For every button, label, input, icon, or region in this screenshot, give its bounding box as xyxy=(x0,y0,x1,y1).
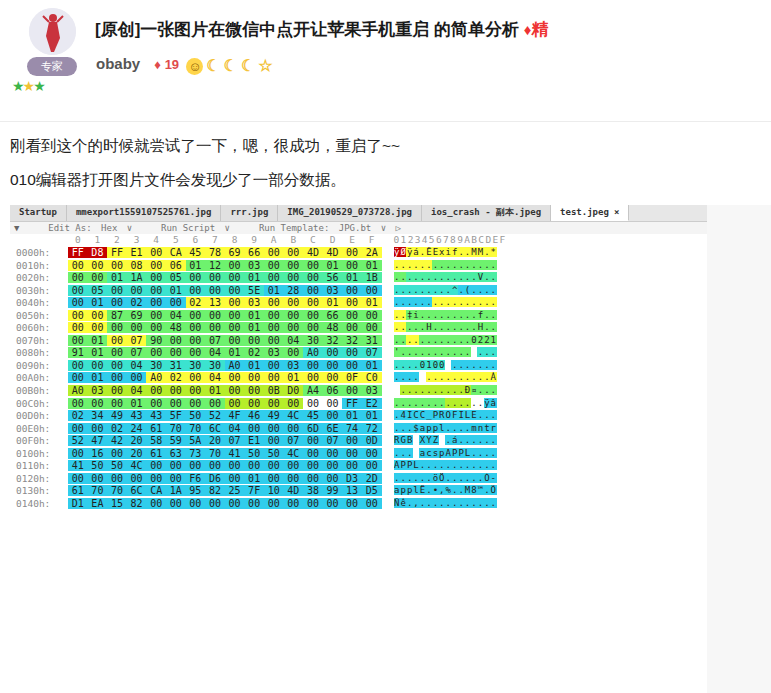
hex-byte[interactable]: A0 xyxy=(303,347,323,358)
hex-byte[interactable]: 41 xyxy=(225,448,245,459)
hex-byte[interactable]: 30 xyxy=(146,360,166,371)
hex-byte[interactable]: 00 xyxy=(264,272,284,283)
hex-byte[interactable]: 01 xyxy=(107,272,127,283)
hex-byte[interactable]: 00 xyxy=(244,385,264,396)
hex-byte[interactable]: D8 xyxy=(88,247,108,258)
hex-byte[interactable]: 00 xyxy=(107,322,127,333)
hex-byte[interactable]: 03 xyxy=(244,260,264,271)
hex-byte[interactable]: 01 xyxy=(362,297,382,308)
hex-byte[interactable]: 00 xyxy=(342,260,362,271)
hex-byte[interactable]: 00 xyxy=(342,247,362,258)
hex-byte[interactable]: 70 xyxy=(107,485,127,496)
hex-byte[interactable]: FF xyxy=(342,398,362,409)
hex-byte[interactable]: 01 xyxy=(186,260,206,271)
hex-byte[interactable]: 00 xyxy=(303,435,323,446)
hex-byte[interactable]: 03 xyxy=(264,347,284,358)
ascii-char[interactable]: r xyxy=(490,423,496,433)
chevron-down-icon[interactable]: ∨ xyxy=(127,223,132,233)
hex-byte[interactable]: 59 xyxy=(166,435,186,446)
hex-byte[interactable]: FF xyxy=(68,247,88,258)
hex-byte[interactable]: 99 xyxy=(323,485,343,496)
hex-byte[interactable]: 00 xyxy=(303,460,323,471)
hex-byte[interactable]: 45 xyxy=(303,410,323,421)
hex-byte[interactable]: 01 xyxy=(88,335,108,346)
hex-byte[interactable]: 00 xyxy=(303,260,323,271)
hex-byte[interactable]: 01 xyxy=(284,372,304,383)
hex-byte[interactable]: 00 xyxy=(88,398,108,409)
hex-byte[interactable]: 01 xyxy=(127,398,147,409)
hex-byte[interactable]: 00 xyxy=(303,272,323,283)
hex-byte[interactable]: 07 xyxy=(127,335,147,346)
hex-byte[interactable]: 00 xyxy=(225,372,245,383)
hex-byte[interactable]: 6C xyxy=(205,423,225,434)
ascii-char[interactable]: . xyxy=(490,385,496,395)
hex-byte[interactable]: 00 xyxy=(68,310,88,321)
hex-byte[interactable]: 70 xyxy=(88,485,108,496)
hex-byte[interactable]: 1A xyxy=(166,485,186,496)
hex-byte[interactable]: 00 xyxy=(107,372,127,383)
hex-byte[interactable]: 00 xyxy=(342,448,362,459)
hex-byte[interactable]: 00 xyxy=(88,272,108,283)
hex-byte[interactable]: 00 xyxy=(107,335,127,346)
ascii-char[interactable]: . xyxy=(413,372,419,382)
hex-byte[interactable]: 0B xyxy=(264,385,284,396)
hex-byte[interactable]: FF xyxy=(107,247,127,258)
hex-byte[interactable]: 00 xyxy=(303,448,323,459)
hex-byte[interactable]: D3 xyxy=(342,473,362,484)
ascii-char[interactable]: . xyxy=(490,260,496,270)
hex-byte[interactable]: A0 xyxy=(225,360,245,371)
hex-byte[interactable]: CA xyxy=(166,247,186,258)
hex-byte[interactable]: 00 xyxy=(342,435,362,446)
hex-byte[interactable]: 50 xyxy=(186,410,206,421)
hex-byte[interactable]: 04 xyxy=(127,360,147,371)
hex-byte[interactable]: 0D xyxy=(362,435,382,446)
hex-byte[interactable]: 04 xyxy=(205,372,225,383)
hex-byte[interactable]: 90 xyxy=(146,335,166,346)
hex-byte[interactable]: 00 xyxy=(264,260,284,271)
hex-byte[interactable]: 10 xyxy=(264,485,284,496)
hex-byte[interactable]: 05 xyxy=(88,285,108,296)
hex-byte[interactable]: 00 xyxy=(323,372,343,383)
chevron-down-icon[interactable]: ∨ xyxy=(225,223,230,233)
hex-byte[interactable]: 00 xyxy=(68,272,88,283)
hex-byte[interactable]: 03 xyxy=(323,285,343,296)
hex-byte[interactable]: 00 xyxy=(323,460,343,471)
hex-byte[interactable]: 4F xyxy=(225,410,245,421)
ascii-char[interactable]: . xyxy=(490,448,496,458)
hex-byte[interactable]: 00 xyxy=(244,398,264,409)
hex-byte[interactable]: 03 xyxy=(284,360,304,371)
run-template-value[interactable]: JPG.bt xyxy=(339,223,372,233)
hex-byte[interactable]: 69 xyxy=(127,310,147,321)
hex-byte[interactable]: 01 xyxy=(88,347,108,358)
hex-byte[interactable]: 50 xyxy=(244,448,264,459)
hex-byte[interactable]: 00 xyxy=(146,398,166,409)
hex-byte[interactable]: F6 xyxy=(186,473,206,484)
hex-byte[interactable]: 00 xyxy=(303,473,323,484)
hex-byte[interactable]: 00 xyxy=(146,498,166,509)
hex-byte[interactable]: 00 xyxy=(264,360,284,371)
hex-byte[interactable]: 87 xyxy=(107,310,127,321)
hex-byte[interactable]: 00 xyxy=(264,247,284,258)
hex-byte[interactable]: 32 xyxy=(342,335,362,346)
hex-byte[interactable]: 61 xyxy=(146,423,166,434)
hex-byte[interactable]: 4D xyxy=(303,247,323,258)
hex-byte[interactable]: 00 xyxy=(68,285,88,296)
hex-byte[interactable]: 00 xyxy=(342,360,362,371)
hex-byte[interactable]: 69 xyxy=(225,247,245,258)
hex-byte[interactable]: 00 xyxy=(107,285,127,296)
hex-byte[interactable]: 00 xyxy=(186,285,206,296)
ascii-char[interactable]: â xyxy=(490,398,496,408)
hex-byte[interactable]: 4C xyxy=(127,460,147,471)
hex-byte[interactable]: 30 xyxy=(186,360,206,371)
hex-byte[interactable]: 20 xyxy=(127,448,147,459)
ascii-char[interactable]: . xyxy=(490,285,496,295)
hex-byte[interactable]: 00 xyxy=(166,347,186,358)
hex-byte[interactable]: 07 xyxy=(323,435,343,446)
ascii-char[interactable]: . xyxy=(490,310,496,320)
hex-byte[interactable]: 63 xyxy=(166,448,186,459)
hex-byte[interactable]: D0 xyxy=(284,385,304,396)
hex-byte[interactable]: 00 xyxy=(284,310,304,321)
hex-byte[interactable]: 95 xyxy=(186,485,206,496)
ascii-char[interactable]: * xyxy=(490,247,496,257)
hex-byte[interactable]: 61 xyxy=(146,448,166,459)
